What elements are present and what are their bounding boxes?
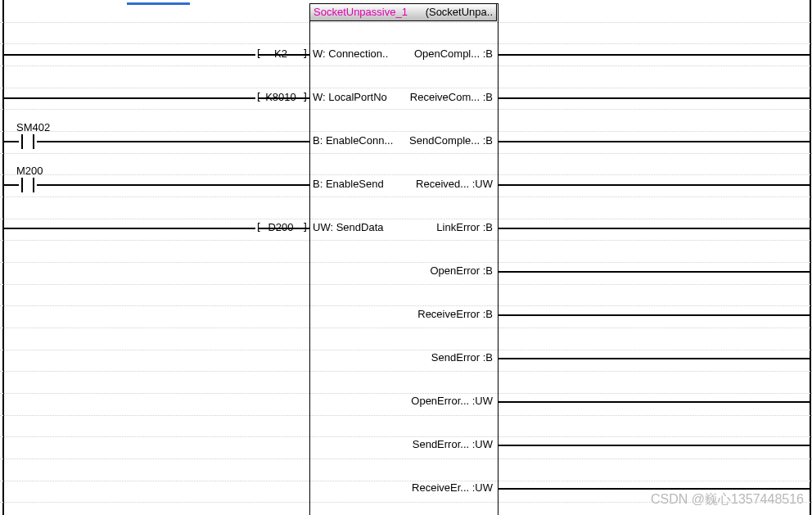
fb-output-pin: Received... :UW [403,178,493,190]
grid-line [0,240,812,241]
bracket-left: [ [255,221,262,233]
bracket-left: [ [255,47,262,60]
right-edge-rail [810,0,811,515]
fb-output-pin: OpenError... :UW [403,395,493,407]
grid-line [0,43,812,44]
contact-no[interactable] [19,178,37,192]
contact-label: M200 [16,165,43,177]
fb-input-pin: W: LocalPortNo [313,91,403,103]
cell-selection [127,0,190,5]
grid-line [0,219,812,219]
grid-line [0,262,812,263]
wire [498,358,810,359]
wire [498,184,810,186]
wire [498,401,810,403]
input-operand[interactable]: K8010 [262,91,300,103]
grid-line [0,88,812,88]
wire [498,271,810,273]
grid-line [0,502,812,503]
fb-output-pin: OpenCompl... :B [403,47,493,60]
fb-output-pin: LinkError :B [403,221,493,233]
fb-output-pin: ReceiveError :B [403,308,493,320]
bracket-right: ] [302,91,309,103]
fb-output-pin: ReceiveCom... :B [403,91,493,103]
input-operand[interactable]: D200 [262,221,300,233]
fb-output-pin: SendComple... :B [403,134,493,147]
grid-line [0,22,812,23]
input-operand[interactable]: K2 [262,47,300,60]
wire [498,445,810,446]
fb-output-pin: OpenError :B [403,264,493,277]
wire [4,228,255,229]
bracket-left: [ [255,91,262,103]
grid-line [0,415,812,416]
fb-type-name: (SocketUnpa.. [426,6,493,19]
grid-line [0,459,812,459]
fb-input-pin: W: Connection.. [313,47,403,60]
bracket-right: ] [302,221,309,233]
bracket-right: ] [302,47,309,60]
grid-line [0,109,812,110]
grid-line [0,197,812,197]
grid-line [0,131,812,132]
grid-line [0,305,812,306]
wire [498,141,810,142]
contact-label: SM402 [16,121,50,133]
grid-line [0,436,812,437]
wire [4,141,19,142]
fb-output-pin: SendError... :UW [403,438,493,450]
wire [37,141,309,142]
wire [498,314,810,316]
grid-line [0,328,812,328]
fb-output-pin: ReceiveEr... :UW [403,481,493,494]
left-power-rail [2,0,4,515]
grid-line [0,284,812,285]
wire [498,488,810,490]
grid-line [0,174,812,175]
wire [4,97,255,99]
contact-no[interactable] [19,134,37,149]
fb-instance-name: SocketUnpassive_1 [314,6,408,19]
grid-line [0,153,812,154]
wire [4,184,19,186]
wire [498,97,810,99]
watermark: CSDN @巍心1357448516 [651,491,804,508]
wire [37,184,309,186]
wire [498,228,810,229]
grid-line [0,371,812,372]
fb-output-pin: SendError :B [403,351,493,364]
wire [4,54,255,56]
fb-input-pin: UW: SendData [313,221,403,233]
grid-line [0,66,812,66]
wire [498,54,810,56]
grid-line [0,350,812,350]
function-block-title: SocketUnpassive_1 (SocketUnpa.. [309,3,497,21]
fb-input-pin: B: EnableConn... [313,134,403,147]
fb-input-pin: B: EnableSend [313,178,403,190]
grid-line [0,393,812,394]
